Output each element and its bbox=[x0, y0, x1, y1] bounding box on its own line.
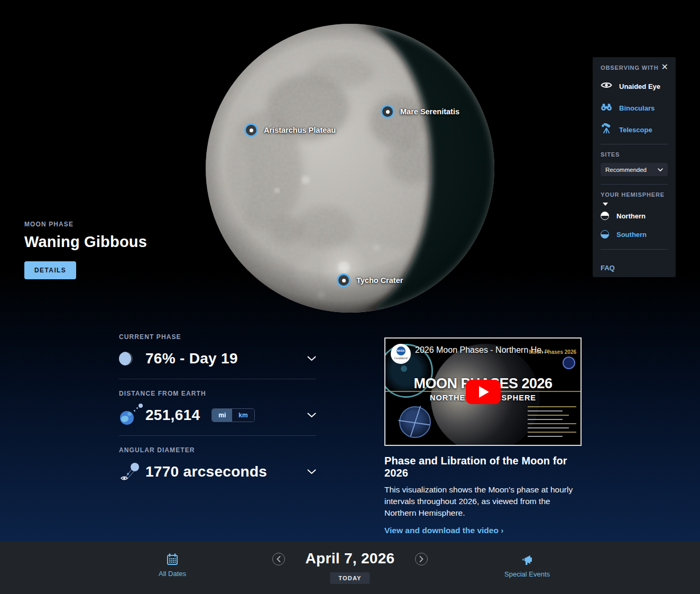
close-icon[interactable]: ✕ bbox=[660, 62, 669, 72]
distance-stat: DISTANCE FROM EARTH 251,614 mi km bbox=[119, 390, 316, 428]
northern-hemisphere-icon bbox=[601, 212, 609, 220]
special-events-label: Special Events bbox=[504, 570, 550, 578]
megaphone-icon bbox=[521, 555, 533, 566]
sites-dropdown[interactable]: Recommended bbox=[601, 163, 668, 176]
calendar-icon bbox=[166, 553, 179, 566]
observing-item-label: Telescope bbox=[619, 126, 652, 134]
video-download-link[interactable]: View and download the video › bbox=[384, 526, 503, 535]
moon-guide-app: { "colors": { "accent": "#6FBDF2", "labe… bbox=[0, 0, 700, 594]
angular-diameter-stat: ANGULAR DIAMETER 1770 arcseconds bbox=[119, 446, 316, 485]
hemisphere-northern[interactable]: Northern bbox=[601, 209, 668, 223]
divider bbox=[601, 249, 668, 250]
observing-item-unaided-eye[interactable]: Unaided Eye bbox=[601, 80, 668, 93]
chevron-left-icon bbox=[277, 556, 281, 562]
observing-item-telescope[interactable]: Telescope bbox=[601, 123, 668, 136]
binoculars-icon bbox=[601, 103, 612, 113]
chevron-right-icon bbox=[419, 556, 423, 562]
moon-image bbox=[202, 20, 498, 316]
feature-marker-label: Tycho Crater bbox=[356, 276, 403, 285]
video-heading: Phase and Libration of the Moon for 2026 bbox=[384, 455, 582, 479]
feature-marker-label: Aristarchus Plateau bbox=[264, 126, 336, 134]
hemisphere-row-label: Southern bbox=[616, 231, 647, 239]
main-view: Aristarchus Plateau Mare Serenitatis Tyc… bbox=[0, 0, 700, 542]
date-navigation-bar: All Dates April 7, 2026 TODAY Special Ev… bbox=[0, 542, 700, 594]
sites-dropdown-value: Recommended bbox=[605, 167, 647, 173]
hemisphere-southern[interactable]: Southern bbox=[601, 227, 668, 241]
unit-mi-button[interactable]: mi bbox=[212, 409, 232, 422]
divider bbox=[119, 379, 316, 379]
telescope-icon bbox=[601, 123, 612, 136]
mission-badge-icon bbox=[563, 357, 575, 369]
details-button[interactable]: DETAILS bbox=[24, 261, 76, 279]
observing-item-label: Unaided Eye bbox=[619, 83, 660, 90]
unit-km-button[interactable]: km bbox=[232, 409, 254, 422]
feature-marker-icon[interactable] bbox=[337, 273, 351, 287]
current-phase-label: CURRENT PHASE bbox=[119, 333, 316, 341]
distance-value: 251,614 bbox=[145, 407, 200, 424]
video-card: Moon Phases 2026 MOON PHASES 2026 NORTHE… bbox=[384, 337, 582, 535]
current-phase-stat: CURRENT PHASE 76% - Day 19 bbox=[119, 333, 316, 371]
observing-with-label: OBSERVING WITH bbox=[601, 65, 668, 71]
moon-phase-label: MOON PHASE bbox=[24, 221, 147, 228]
moon-feature-marker: Mare Serenitatis bbox=[381, 105, 459, 118]
angular-diameter-label: ANGULAR DIAMETER bbox=[119, 446, 316, 454]
all-dates-label: All Dates bbox=[159, 570, 186, 578]
previous-date-button[interactable] bbox=[272, 553, 285, 565]
moon-feature-marker: Aristarchus Plateau bbox=[244, 123, 336, 137]
youtube-play-button[interactable] bbox=[466, 380, 501, 404]
selected-pointer-icon bbox=[603, 203, 608, 206]
today-button[interactable]: TODAY bbox=[330, 572, 370, 584]
unit-toggle: mi km bbox=[211, 408, 254, 422]
angular-diameter-value: 1770 arcseconds bbox=[145, 463, 267, 480]
hemisphere-label: YOUR HEMISPHERE bbox=[601, 191, 668, 198]
hemisphere-row-label: Northern bbox=[616, 212, 646, 220]
chevron-down-icon bbox=[658, 168, 663, 171]
divider bbox=[601, 184, 668, 185]
distance-label: DISTANCE FROM EARTH bbox=[119, 390, 316, 397]
moon-phase-icon bbox=[119, 352, 145, 365]
phase-name: Waning Gibbous bbox=[24, 233, 147, 251]
eye-icon bbox=[601, 81, 612, 91]
southern-hemisphere-icon bbox=[601, 230, 609, 239]
chevron-down-icon[interactable] bbox=[307, 469, 316, 474]
divider bbox=[119, 435, 316, 436]
feature-marker-icon[interactable] bbox=[381, 105, 394, 118]
video-description: This visualization shows the Moon's phas… bbox=[384, 484, 582, 519]
all-dates-button[interactable]: All Dates bbox=[155, 552, 189, 578]
moon-feature-marker: Tycho Crater bbox=[337, 273, 403, 287]
observing-item-binoculars[interactable]: Binoculars bbox=[601, 102, 668, 114]
feature-marker-icon[interactable] bbox=[244, 123, 258, 137]
video-thumbnail[interactable]: Moon Phases 2026 MOON PHASES 2026 NORTHE… bbox=[384, 337, 582, 446]
earth-distance-icon bbox=[119, 404, 145, 427]
divider bbox=[601, 144, 668, 144]
chevron-down-icon[interactable] bbox=[307, 356, 316, 361]
observing-panel: ✕ OBSERVING WITH Unaided Eye bbox=[593, 57, 676, 277]
sites-label: SITES bbox=[601, 151, 668, 158]
current-phase-value: 76% - Day 19 bbox=[145, 350, 238, 367]
angular-diameter-icon bbox=[119, 461, 145, 482]
special-events-button[interactable]: Special Events bbox=[501, 554, 553, 579]
video-overlay-title[interactable]: 2026 Moon Phases - Northern He... bbox=[415, 345, 577, 355]
stats-column: CURRENT PHASE 76% - Day 19 DISTANCE FROM… bbox=[119, 333, 316, 485]
next-date-button[interactable] bbox=[415, 553, 428, 565]
current-date: April 7, 2026 bbox=[306, 550, 395, 567]
feature-marker-label: Mare Serenitatis bbox=[400, 107, 459, 116]
chevron-down-icon[interactable] bbox=[307, 413, 316, 418]
observing-item-label: Binoculars bbox=[619, 104, 655, 112]
nasa-goddard-avatar[interactable]: NASA Goddard bbox=[391, 344, 411, 364]
phase-info: MOON PHASE Waning Gibbous DETAILS bbox=[24, 221, 147, 279]
faq-link[interactable]: FAQ bbox=[601, 264, 615, 272]
